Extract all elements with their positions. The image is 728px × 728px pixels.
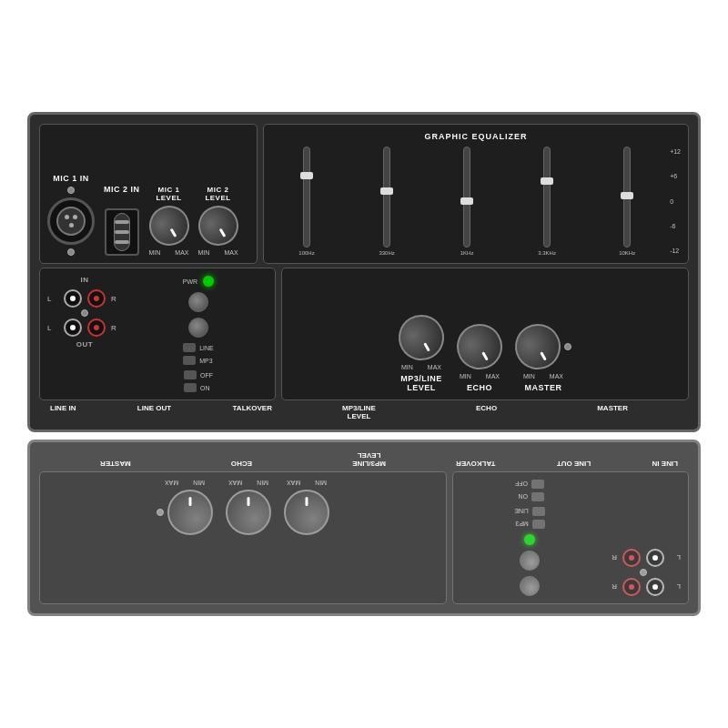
trs-ring (115, 240, 129, 244)
eq-slider-handle[interactable] (460, 197, 473, 205)
off-label: OFF (200, 372, 213, 379)
mic1-input-col: MIC 1 IN (47, 174, 95, 256)
reflected-pwr (524, 534, 535, 545)
echo-knob[interactable] (449, 316, 511, 378)
eq-band-10khz: 10KHz (592, 147, 662, 256)
reflected-switches: MP3 LINE (514, 507, 545, 529)
rca-r-label2: R (111, 324, 122, 332)
mic1-level-col: MIC 1 LEVEL MIN MAX (149, 186, 189, 256)
switch-row-off: OFF (184, 370, 213, 379)
reflected-rca-jack-red (622, 578, 641, 596)
rca-jack-white-l2[interactable] (64, 318, 82, 337)
eq-slider-handle[interactable] (380, 187, 393, 195)
trs-ring (115, 230, 129, 234)
reflected-line-out-label: LINE OUT (557, 451, 591, 468)
rca-jack-red-l[interactable] (87, 289, 106, 308)
bottom-reflected-panel: L R L R (27, 440, 701, 616)
reflected-screw (640, 569, 647, 576)
mic-inputs-section: MIC 1 IN (39, 124, 258, 264)
reflected-knob2: MIN MAX (226, 480, 271, 535)
trs-ring (115, 220, 129, 224)
rca-l-label2: L (47, 324, 58, 332)
xlr-pins (65, 215, 77, 228)
reflected-rca-row2: L R (606, 549, 681, 567)
max-label: MAX (175, 249, 188, 256)
eq-slider-handle[interactable] (300, 172, 313, 179)
reflected-line-in-label: LINE IN (652, 451, 678, 468)
switch-on-icon[interactable] (184, 383, 197, 392)
mic1-level-knob[interactable] (141, 198, 196, 253)
eq-freq-10khz: 10KHz (619, 250, 635, 256)
line-in-bottom-label: LINE IN (50, 404, 76, 420)
master-knob[interactable] (507, 316, 569, 378)
talkover-btn-2[interactable] (188, 318, 208, 338)
talkover-bottom-label: TALKOVER (233, 404, 272, 420)
echo-knob-labels: MIN MAX (460, 373, 500, 379)
eq-slider-track[interactable] (623, 147, 631, 248)
mic2-level-knob[interactable] (190, 198, 245, 253)
mic1-level-label: MIC 1 LEVEL (156, 186, 181, 202)
xlr-jack[interactable] (47, 197, 95, 245)
master-knob-labels: MIN MAX (523, 373, 563, 379)
rca-center (70, 296, 76, 301)
reflected-rca-jack-red2 (622, 549, 641, 567)
switch-row-line: LINE (183, 343, 214, 352)
eq-slider-handle[interactable] (541, 177, 553, 185)
talkover-btn-1[interactable] (188, 292, 208, 312)
eq-scale-minus12: -12 (670, 248, 681, 254)
line-label: LINE (199, 345, 214, 351)
eq-slider-track[interactable] (543, 147, 551, 248)
mp3-level-knob[interactable] (390, 307, 452, 369)
rca-jack-white-l[interactable] (64, 289, 82, 308)
top-main-panel: MIC 1 IN (27, 112, 701, 432)
master-knob-group: MIN MAX MASTER (515, 324, 571, 392)
eq-slider-track[interactable] (303, 147, 310, 248)
reflected-screw2 (157, 509, 164, 516)
reflected-switch-icon2 (532, 507, 545, 516)
mic2-level-label: MIC 2 LEVEL (205, 186, 230, 202)
trs-jack[interactable] (105, 208, 139, 256)
switch-group: LINE MP3 (183, 343, 214, 365)
eq-slider-track[interactable] (463, 147, 470, 248)
switch-group-2: OFF ON (184, 370, 213, 392)
eq-freq-3khz: 3.3KHz (538, 250, 556, 256)
eq-slider-track[interactable] (383, 147, 390, 248)
eq-band-330hz: 330Hz (351, 147, 422, 256)
eq-slider-handle[interactable] (621, 192, 633, 199)
eq-scale: +12 +6 0 -6 -12 (670, 147, 681, 256)
master-screw (564, 343, 571, 350)
mic1-knob-labels: MIN MAX (149, 249, 189, 256)
min-label: MIN (198, 249, 210, 256)
eq-band-1khz: 1KHz (431, 147, 502, 256)
reflected-btn2 (520, 551, 540, 571)
switch-line-icon[interactable] (183, 343, 196, 352)
reflected-knob-echo (226, 490, 271, 535)
mic2-knob-labels: MIN MAX (198, 249, 238, 256)
mp3-line-level-label: MP3/LINE LEVEL (400, 374, 442, 392)
reflected-controls: MIN MAX MIN MAX (39, 471, 447, 604)
reflected-knob-mp3 (284, 490, 329, 535)
reflected-switch-on (531, 492, 544, 501)
on-label: ON (200, 385, 210, 391)
mic2-level-col: MIC 2 LEVEL MIN MAX (198, 186, 238, 256)
mic2-input-col: MIC 2 IN (104, 185, 140, 256)
switch-off-icon[interactable] (184, 370, 197, 379)
line-out-row: L R (47, 318, 122, 337)
eq-scale-zero: 0 (670, 198, 681, 205)
rca-jack-red-l2[interactable] (87, 318, 106, 337)
reflected-switches2: ON OFF (515, 480, 544, 501)
reflected-knob-master (167, 490, 213, 535)
rca-r-label: R (111, 295, 122, 303)
echo-label: ECHO (467, 383, 492, 392)
bottom-labels-row: LINE IN LINE OUT TALKOVER MP3/LINELEVEL … (39, 404, 689, 420)
min-label: MIN (149, 249, 161, 256)
reflected-talkover-label: TALKOVER (456, 451, 495, 468)
rca-center-red2 (94, 325, 99, 330)
xlr-inner (56, 207, 86, 236)
echo-knob-group: MIN MAX ECHO (457, 324, 502, 392)
rca-center2 (70, 325, 76, 330)
echo-bottom-label: ECHO (476, 404, 497, 420)
reflected-talkover: MP3 LINE ON O (460, 480, 599, 596)
switch-mp3-icon[interactable] (183, 356, 196, 365)
eq-scale-plus6: +6 (670, 173, 681, 179)
